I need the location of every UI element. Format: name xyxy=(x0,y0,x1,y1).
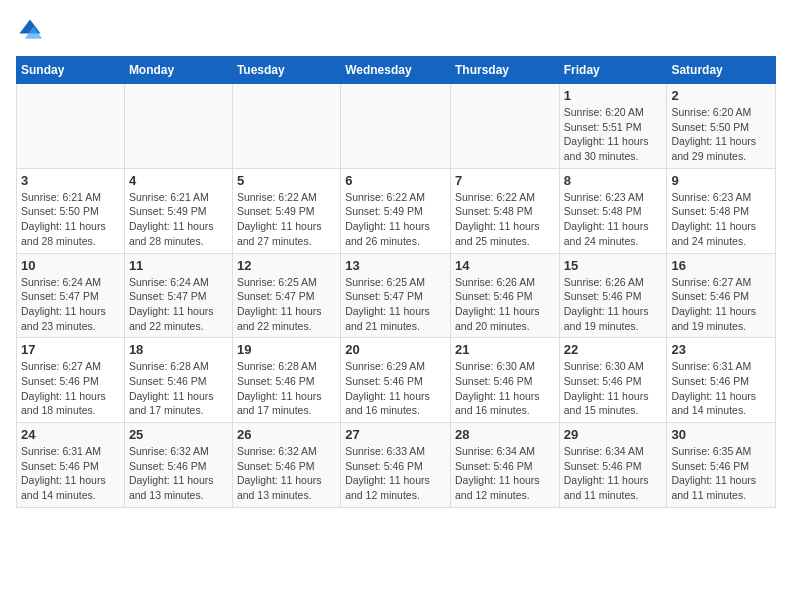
calendar-cell: 1Sunrise: 6:20 AM Sunset: 5:51 PM Daylig… xyxy=(559,84,667,169)
day-number: 29 xyxy=(564,427,663,442)
calendar-cell: 16Sunrise: 6:27 AM Sunset: 5:46 PM Dayli… xyxy=(667,253,776,338)
day-info: Sunrise: 6:20 AM Sunset: 5:50 PM Dayligh… xyxy=(671,105,771,164)
calendar-header-row: SundayMondayTuesdayWednesdayThursdayFrid… xyxy=(17,57,776,84)
calendar-week-row: 10Sunrise: 6:24 AM Sunset: 5:47 PM Dayli… xyxy=(17,253,776,338)
calendar-cell: 8Sunrise: 6:23 AM Sunset: 5:48 PM Daylig… xyxy=(559,168,667,253)
calendar-cell: 25Sunrise: 6:32 AM Sunset: 5:46 PM Dayli… xyxy=(124,423,232,508)
calendar-cell xyxy=(17,84,125,169)
day-info: Sunrise: 6:27 AM Sunset: 5:46 PM Dayligh… xyxy=(21,359,120,418)
day-info: Sunrise: 6:32 AM Sunset: 5:46 PM Dayligh… xyxy=(129,444,228,503)
day-info: Sunrise: 6:25 AM Sunset: 5:47 PM Dayligh… xyxy=(345,275,446,334)
calendar-cell xyxy=(124,84,232,169)
day-number: 30 xyxy=(671,427,771,442)
calendar-cell: 10Sunrise: 6:24 AM Sunset: 5:47 PM Dayli… xyxy=(17,253,125,338)
day-number: 27 xyxy=(345,427,446,442)
calendar-cell: 9Sunrise: 6:23 AM Sunset: 5:48 PM Daylig… xyxy=(667,168,776,253)
day-number: 17 xyxy=(21,342,120,357)
weekday-header: Tuesday xyxy=(232,57,340,84)
logo xyxy=(16,16,46,44)
calendar-cell: 15Sunrise: 6:26 AM Sunset: 5:46 PM Dayli… xyxy=(559,253,667,338)
weekday-header: Wednesday xyxy=(341,57,451,84)
day-info: Sunrise: 6:29 AM Sunset: 5:46 PM Dayligh… xyxy=(345,359,446,418)
day-info: Sunrise: 6:24 AM Sunset: 5:47 PM Dayligh… xyxy=(129,275,228,334)
day-info: Sunrise: 6:23 AM Sunset: 5:48 PM Dayligh… xyxy=(564,190,663,249)
calendar-cell: 22Sunrise: 6:30 AM Sunset: 5:46 PM Dayli… xyxy=(559,338,667,423)
day-info: Sunrise: 6:21 AM Sunset: 5:49 PM Dayligh… xyxy=(129,190,228,249)
calendar-cell: 20Sunrise: 6:29 AM Sunset: 5:46 PM Dayli… xyxy=(341,338,451,423)
day-info: Sunrise: 6:22 AM Sunset: 5:49 PM Dayligh… xyxy=(345,190,446,249)
day-info: Sunrise: 6:21 AM Sunset: 5:50 PM Dayligh… xyxy=(21,190,120,249)
day-number: 20 xyxy=(345,342,446,357)
day-number: 15 xyxy=(564,258,663,273)
weekday-header: Friday xyxy=(559,57,667,84)
day-number: 11 xyxy=(129,258,228,273)
calendar-cell xyxy=(450,84,559,169)
day-number: 4 xyxy=(129,173,228,188)
day-number: 25 xyxy=(129,427,228,442)
calendar-cell: 7Sunrise: 6:22 AM Sunset: 5:48 PM Daylig… xyxy=(450,168,559,253)
logo-icon xyxy=(16,16,44,44)
day-number: 12 xyxy=(237,258,336,273)
calendar-cell: 29Sunrise: 6:34 AM Sunset: 5:46 PM Dayli… xyxy=(559,423,667,508)
calendar-cell: 17Sunrise: 6:27 AM Sunset: 5:46 PM Dayli… xyxy=(17,338,125,423)
weekday-header: Monday xyxy=(124,57,232,84)
weekday-header: Saturday xyxy=(667,57,776,84)
day-number: 22 xyxy=(564,342,663,357)
calendar-cell: 6Sunrise: 6:22 AM Sunset: 5:49 PM Daylig… xyxy=(341,168,451,253)
calendar-cell: 23Sunrise: 6:31 AM Sunset: 5:46 PM Dayli… xyxy=(667,338,776,423)
day-number: 14 xyxy=(455,258,555,273)
day-info: Sunrise: 6:31 AM Sunset: 5:46 PM Dayligh… xyxy=(671,359,771,418)
day-info: Sunrise: 6:28 AM Sunset: 5:46 PM Dayligh… xyxy=(129,359,228,418)
calendar-cell: 28Sunrise: 6:34 AM Sunset: 5:46 PM Dayli… xyxy=(450,423,559,508)
day-number: 26 xyxy=(237,427,336,442)
day-number: 28 xyxy=(455,427,555,442)
day-number: 3 xyxy=(21,173,120,188)
day-info: Sunrise: 6:33 AM Sunset: 5:46 PM Dayligh… xyxy=(345,444,446,503)
calendar-week-row: 1Sunrise: 6:20 AM Sunset: 5:51 PM Daylig… xyxy=(17,84,776,169)
calendar-cell: 11Sunrise: 6:24 AM Sunset: 5:47 PM Dayli… xyxy=(124,253,232,338)
calendar-cell: 5Sunrise: 6:22 AM Sunset: 5:49 PM Daylig… xyxy=(232,168,340,253)
day-info: Sunrise: 6:34 AM Sunset: 5:46 PM Dayligh… xyxy=(455,444,555,503)
day-number: 8 xyxy=(564,173,663,188)
calendar-cell: 30Sunrise: 6:35 AM Sunset: 5:46 PM Dayli… xyxy=(667,423,776,508)
day-number: 16 xyxy=(671,258,771,273)
calendar-cell: 2Sunrise: 6:20 AM Sunset: 5:50 PM Daylig… xyxy=(667,84,776,169)
calendar-cell: 4Sunrise: 6:21 AM Sunset: 5:49 PM Daylig… xyxy=(124,168,232,253)
day-number: 9 xyxy=(671,173,771,188)
calendar-cell: 3Sunrise: 6:21 AM Sunset: 5:50 PM Daylig… xyxy=(17,168,125,253)
day-info: Sunrise: 6:25 AM Sunset: 5:47 PM Dayligh… xyxy=(237,275,336,334)
day-info: Sunrise: 6:34 AM Sunset: 5:46 PM Dayligh… xyxy=(564,444,663,503)
calendar-cell: 27Sunrise: 6:33 AM Sunset: 5:46 PM Dayli… xyxy=(341,423,451,508)
day-number: 2 xyxy=(671,88,771,103)
day-number: 21 xyxy=(455,342,555,357)
calendar-cell: 24Sunrise: 6:31 AM Sunset: 5:46 PM Dayli… xyxy=(17,423,125,508)
calendar-cell: 26Sunrise: 6:32 AM Sunset: 5:46 PM Dayli… xyxy=(232,423,340,508)
day-number: 7 xyxy=(455,173,555,188)
day-info: Sunrise: 6:20 AM Sunset: 5:51 PM Dayligh… xyxy=(564,105,663,164)
day-number: 18 xyxy=(129,342,228,357)
calendar-cell: 12Sunrise: 6:25 AM Sunset: 5:47 PM Dayli… xyxy=(232,253,340,338)
day-info: Sunrise: 6:22 AM Sunset: 5:48 PM Dayligh… xyxy=(455,190,555,249)
day-number: 13 xyxy=(345,258,446,273)
day-number: 1 xyxy=(564,88,663,103)
day-info: Sunrise: 6:27 AM Sunset: 5:46 PM Dayligh… xyxy=(671,275,771,334)
calendar-table: SundayMondayTuesdayWednesdayThursdayFrid… xyxy=(16,56,776,508)
calendar-cell: 19Sunrise: 6:28 AM Sunset: 5:46 PM Dayli… xyxy=(232,338,340,423)
day-info: Sunrise: 6:31 AM Sunset: 5:46 PM Dayligh… xyxy=(21,444,120,503)
day-info: Sunrise: 6:23 AM Sunset: 5:48 PM Dayligh… xyxy=(671,190,771,249)
calendar-week-row: 24Sunrise: 6:31 AM Sunset: 5:46 PM Dayli… xyxy=(17,423,776,508)
day-number: 24 xyxy=(21,427,120,442)
day-number: 10 xyxy=(21,258,120,273)
day-info: Sunrise: 6:24 AM Sunset: 5:47 PM Dayligh… xyxy=(21,275,120,334)
calendar-week-row: 3Sunrise: 6:21 AM Sunset: 5:50 PM Daylig… xyxy=(17,168,776,253)
calendar-cell: 13Sunrise: 6:25 AM Sunset: 5:47 PM Dayli… xyxy=(341,253,451,338)
day-info: Sunrise: 6:26 AM Sunset: 5:46 PM Dayligh… xyxy=(455,275,555,334)
day-info: Sunrise: 6:26 AM Sunset: 5:46 PM Dayligh… xyxy=(564,275,663,334)
day-number: 23 xyxy=(671,342,771,357)
day-info: Sunrise: 6:22 AM Sunset: 5:49 PM Dayligh… xyxy=(237,190,336,249)
day-number: 5 xyxy=(237,173,336,188)
weekday-header: Sunday xyxy=(17,57,125,84)
weekday-header: Thursday xyxy=(450,57,559,84)
calendar-cell: 18Sunrise: 6:28 AM Sunset: 5:46 PM Dayli… xyxy=(124,338,232,423)
calendar-week-row: 17Sunrise: 6:27 AM Sunset: 5:46 PM Dayli… xyxy=(17,338,776,423)
